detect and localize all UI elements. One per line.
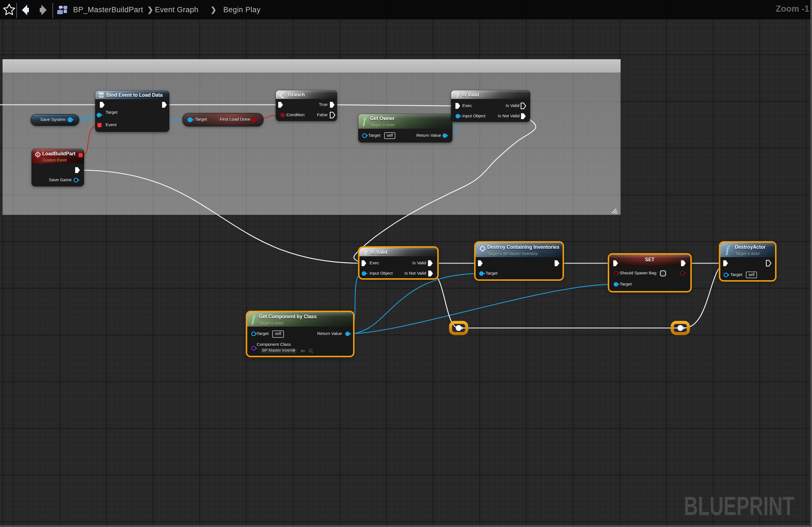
svg-text:?: ? (455, 91, 460, 100)
svg-text:f: f (252, 313, 256, 325)
svg-text:f: f (726, 243, 730, 255)
svg-text:f: f (363, 115, 367, 126)
svg-text:?: ? (363, 248, 368, 257)
svg-text:E: E (37, 153, 39, 156)
